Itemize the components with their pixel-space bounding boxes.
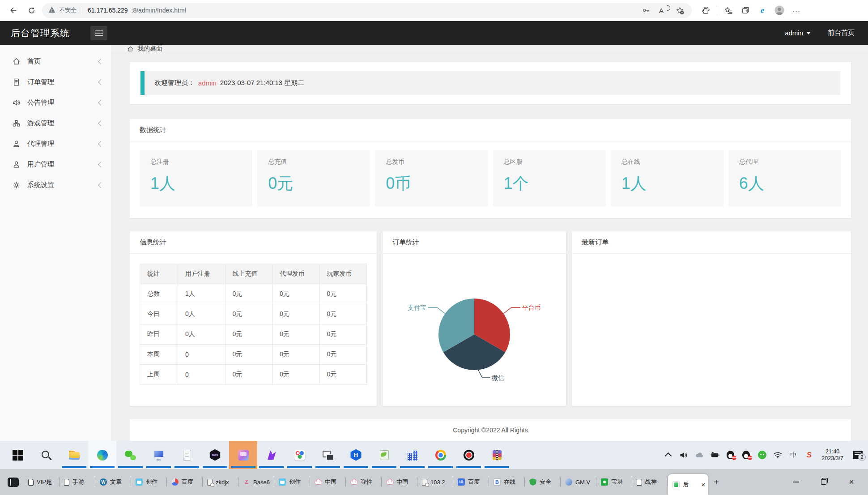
read-aloud-icon[interactable]: A xyxy=(655,4,670,16)
sogou-input-icon[interactable]: S xyxy=(804,450,814,460)
battery-icon[interactable] xyxy=(710,450,720,460)
stat-value: 1人 xyxy=(150,173,242,195)
more-menu-icon[interactable]: ··· xyxy=(791,4,802,16)
phoenix-app[interactable] xyxy=(257,441,285,469)
winrar[interactable] xyxy=(483,441,511,469)
edge-browser[interactable] xyxy=(88,441,116,469)
extensions-icon[interactable] xyxy=(700,4,711,16)
tab-favicon: 译 xyxy=(458,478,465,486)
wechat-tray-icon[interactable] xyxy=(757,450,767,460)
screen-recorder[interactable] xyxy=(455,441,483,469)
restore-button[interactable] xyxy=(810,469,838,495)
address-bar[interactable]: 不安全 61.171.65.229:8/admin/Index.html A xyxy=(42,3,692,18)
favorite-star-icon[interactable] xyxy=(674,4,685,16)
minimize-button[interactable] xyxy=(782,469,810,495)
search-button[interactable] xyxy=(32,441,60,469)
tab-close-icon[interactable]: × xyxy=(701,481,705,488)
file-explorer[interactable] xyxy=(60,441,88,469)
remote-desktop[interactable] xyxy=(145,441,173,469)
browser-tab[interactable]: 译 百度 xyxy=(453,469,489,495)
browser-tab[interactable]: 中国 xyxy=(382,469,417,495)
admin-user-menu[interactable]: admin xyxy=(785,29,811,37)
snipping-tool[interactable] xyxy=(314,441,342,469)
sidebar-toggle-button[interactable] xyxy=(90,26,107,40)
browser-tab[interactable]: 手游 xyxy=(60,469,95,495)
frontend-home-link[interactable]: 前台首页 xyxy=(828,29,855,37)
chrome-browser[interactable] xyxy=(426,441,455,469)
app-title: 后台管理系统 xyxy=(11,27,70,39)
game-app[interactable] xyxy=(229,441,257,469)
table-header-row: 统计用户注册线上充值代理发币玩家发币 xyxy=(140,264,367,284)
tab-favicon xyxy=(672,481,680,488)
volume-icon[interactable] xyxy=(679,450,689,460)
tab-title: 中国 xyxy=(396,478,414,486)
browser-tab[interactable]: 安全 xyxy=(525,469,561,495)
nox-player[interactable]: nox xyxy=(201,441,229,469)
toolbox-app[interactable] xyxy=(285,441,314,469)
security-label: 不安全 xyxy=(59,6,77,14)
browser-tab[interactable]: 创作 xyxy=(274,469,310,495)
ime-indicator[interactable]: 中 xyxy=(788,450,798,460)
notepad[interactable] xyxy=(173,441,201,469)
wechat[interactable] xyxy=(116,441,145,469)
sidebar-item-announcements[interactable]: 公告管理 xyxy=(0,92,112,113)
tab-favicon xyxy=(64,479,69,486)
sidebar-item-settings[interactable]: 系统设置 xyxy=(0,175,112,195)
browser-tab[interactable]: 宝塔 xyxy=(596,469,632,495)
active-browser-tab[interactable]: 后 × xyxy=(668,474,708,495)
tab-workspace-button[interactable] xyxy=(8,478,19,487)
password-key-icon[interactable] xyxy=(640,4,652,16)
chevron-icon xyxy=(98,59,104,64)
tray-expand-icon[interactable] xyxy=(663,450,673,460)
sidebar-item-agents[interactable]: 代理管理 xyxy=(0,133,112,154)
browser-tab[interactable]: 弹性 xyxy=(346,469,382,495)
stat-card: 总注册 1人 xyxy=(140,150,252,206)
hbuilder[interactable]: H xyxy=(342,441,370,469)
new-tab-button[interactable]: + xyxy=(708,469,724,495)
favorites-bar-icon[interactable] xyxy=(723,4,734,16)
stat-label: 总区服 xyxy=(504,158,595,166)
sidebar-item-orders[interactable]: 订单管理 xyxy=(0,72,112,92)
browser-tab[interactable]: 战神 xyxy=(632,469,668,495)
buildings-app[interactable] xyxy=(398,441,426,469)
notification-center-icon[interactable]: 2 xyxy=(853,451,863,459)
sidebar: 首页 订单管理 公告管理 游戏管理 代理管理 用户管理 系统设置 xyxy=(0,45,112,441)
tab-title: 战神 xyxy=(645,478,665,486)
wifi-icon[interactable] xyxy=(773,450,783,460)
browser-tab[interactable]: GM V xyxy=(561,469,596,495)
qq-icon[interactable] xyxy=(741,450,751,460)
collections-icon[interactable] xyxy=(740,4,751,16)
sidebar-item-users[interactable]: 用户管理 xyxy=(0,154,112,175)
panel-title: 数据统计 xyxy=(130,119,851,141)
url-path: :8/admin/Index.html xyxy=(132,7,186,14)
sidebar-item-home[interactable]: 首页 xyxy=(0,51,112,72)
browser-tab[interactable]: 百度 xyxy=(167,469,203,495)
browser-tab[interactable]: 创作 xyxy=(131,469,167,495)
chevron-icon xyxy=(98,182,104,188)
notepad-plus-plus[interactable] xyxy=(370,441,398,469)
refresh-button[interactable] xyxy=(24,3,38,17)
start-button[interactable] xyxy=(4,441,32,469)
stat-label: 总注册 xyxy=(150,158,242,166)
tab-favicon xyxy=(529,478,536,486)
back-button[interactable] xyxy=(6,3,21,17)
browser-tab[interactable]: B 在线 xyxy=(489,469,525,495)
taskbar-clock[interactable]: 21:40 2023/3/7 xyxy=(821,448,843,462)
stat-card: 总充值 0元 xyxy=(257,150,370,206)
cloud-icon[interactable] xyxy=(694,450,704,460)
browser-tab[interactable]: 103.2 xyxy=(417,469,453,495)
browser-tab[interactable]: W 文章 xyxy=(95,469,131,495)
breadcrumb[interactable]: 我的桌面 xyxy=(112,45,868,53)
ie-mode-icon[interactable]: e xyxy=(757,4,768,16)
stat-label: 总代理 xyxy=(739,158,830,166)
browser-tab[interactable]: 中国 xyxy=(310,469,346,495)
qq-icon[interactable] xyxy=(726,450,736,460)
browser-tab[interactable]: zkdjx xyxy=(203,469,238,495)
browser-tab[interactable]: VIP超 xyxy=(24,469,60,495)
browser-tab[interactable]: Z Base6 xyxy=(238,469,274,495)
sidebar-item-games[interactable]: 游戏管理 xyxy=(0,113,112,133)
close-button[interactable]: × xyxy=(838,469,865,495)
chevron-icon xyxy=(98,141,104,147)
tab-favicon xyxy=(565,478,572,486)
profile-avatar[interactable] xyxy=(774,4,785,16)
